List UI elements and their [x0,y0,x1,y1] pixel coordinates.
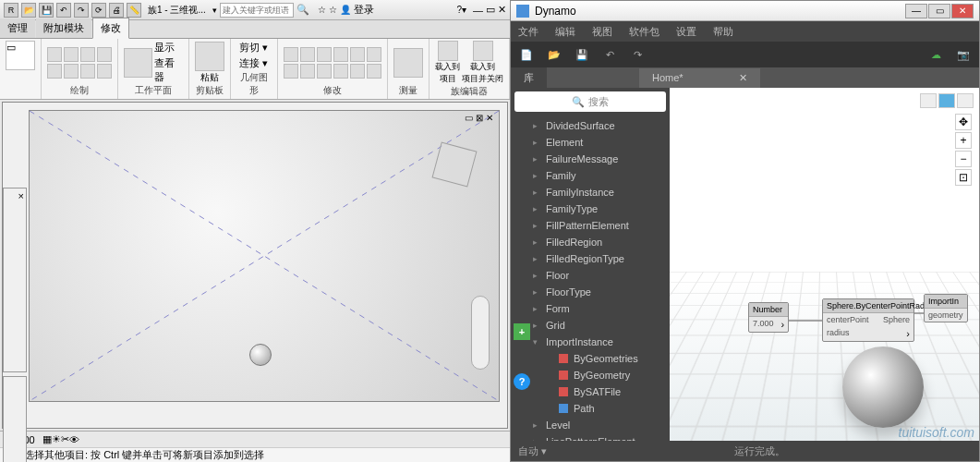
viewport[interactable]: × ▭ ⊠ ✕ [2,102,508,429]
tab-modify[interactable]: 修改 [92,18,129,39]
array-icon[interactable] [367,47,381,62]
restore-icon[interactable]: ▭ [486,4,495,16]
open-icon[interactable]: 📂 [546,46,563,63]
sync-icon[interactable]: ⟳ [91,3,106,18]
tree-item-level[interactable]: ▸Level [511,417,670,433]
add-button[interactable]: + [514,323,530,340]
line-icon[interactable] [47,47,62,62]
tree-item-fillpatternelement[interactable]: ▸FillPatternElement [511,217,670,234]
tree-item-bygeometries[interactable]: ByGeometries [511,350,670,367]
close-icon[interactable]: ✕ [498,4,506,16]
menu-settings[interactable]: 设置 [676,25,696,39]
minimize-icon[interactable]: — [473,5,483,16]
menu-file[interactable]: 文件 [518,25,538,39]
paste-icon[interactable] [195,42,224,71]
tab-manage[interactable]: 管理 [0,18,35,38]
open-icon[interactable]: 📂 [21,3,36,18]
copy-icon[interactable] [300,64,315,79]
tree-item-importinstance[interactable]: ▾ImportInstance [511,334,670,350]
tree-item-familyinstance[interactable]: ▸FamilyInstance [511,184,670,201]
zoom-fit-button[interactable]: ⊡ [955,169,972,186]
tree-item-filledregiontype[interactable]: ▸FilledRegionType [511,250,670,267]
measure-icon2[interactable] [393,48,423,78]
undo-icon[interactable]: ↶ [56,3,71,18]
view-cube[interactable] [429,139,480,190]
graph-view-icon[interactable] [920,93,937,108]
move-icon[interactable] [284,64,298,79]
run-mode[interactable]: 自动 ▾ [518,444,547,458]
save-icon[interactable]: 💾 [574,46,590,63]
redo-icon[interactable]: ↷ [74,3,89,18]
search-btn[interactable]: 🔍 [296,4,309,16]
login-link[interactable]: 登录 [354,3,374,17]
viewer-btn[interactable]: 查看器 [154,56,183,84]
tab-library[interactable]: 库 [511,67,547,89]
polygon-icon[interactable] [47,64,62,79]
tree-item-path[interactable]: Path [511,400,670,417]
view-controls[interactable]: ▭ ⊠ ✕ [465,113,493,123]
scale-icon[interactable] [333,64,348,79]
arc-icon[interactable] [97,47,112,62]
display-btn[interactable]: 显示 [154,41,183,55]
project-browser[interactable] [3,376,27,462]
load-project-icon[interactable] [438,41,458,61]
minimize-button[interactable]: — [905,4,927,18]
undo-icon[interactable]: ↶ [601,46,618,63]
cloud-icon[interactable]: ☁ [927,46,944,63]
split-icon[interactable] [350,47,365,62]
both-view-icon[interactable] [957,93,974,108]
visual-style-icon[interactable]: ☀ [52,433,61,445]
menu-help[interactable]: 帮助 [713,25,733,39]
align-icon[interactable] [284,47,298,62]
spline-icon[interactable] [64,64,79,79]
rotate-icon[interactable] [317,64,332,79]
tree-item-filledregion[interactable]: ▸FilledRegion [511,234,670,250]
detail-icon[interactable]: ▦ [42,433,52,445]
load-close-icon[interactable] [473,41,493,61]
new-icon[interactable]: 📄 [518,46,535,63]
tree-item-floor[interactable]: ▸Floor [511,267,670,284]
pick-icon[interactable] [97,64,112,79]
tree-item-failuremessage[interactable]: ▸FailureMessage [511,151,670,167]
mirror-icon[interactable] [317,47,332,62]
library-tree[interactable]: ▸DividedSurface▸Element▸FailureMessage▸F… [511,116,670,441]
3d-canvas[interactable]: ▭ ⊠ ✕ [29,110,500,402]
tab-addins[interactable]: 附加模块 [36,18,91,38]
sun-path-icon[interactable]: ✂ [61,433,69,445]
set-plane-icon[interactable] [124,48,152,78]
tree-item-bygeometry[interactable]: ByGeometry [511,367,670,383]
measure-icon[interactable]: 📏 [127,3,141,18]
camera-icon[interactable]: 📷 [955,46,972,63]
sphere-geometry[interactable] [249,344,272,366]
library-search[interactable]: 🔍 搜索 [514,91,666,112]
tree-item-grid[interactable]: ▸Grid [511,317,670,334]
tree-item-floortype[interactable]: ▸FloorType [511,284,670,300]
node-number[interactable]: Number 7.000› [748,302,789,333]
tree-item-bysatfile[interactable]: BySATFile [511,383,670,400]
rect-icon[interactable] [64,47,79,62]
circle-icon[interactable] [80,47,95,62]
nav-bar[interactable] [471,296,490,370]
3d-view-icon[interactable] [938,93,955,108]
app-menu[interactable]: R [4,3,18,18]
help-icon[interactable]: ?▾ [456,5,466,15]
menu-edit[interactable]: 编辑 [555,25,575,39]
join-btn[interactable]: 连接 ▾ [239,56,268,70]
help-button[interactable]: ? [514,373,530,390]
properties-panel[interactable]: × [3,188,27,372]
star1[interactable]: ☆ [318,5,326,15]
close-button[interactable]: ✕ [951,4,974,18]
pin-icon[interactable] [350,64,365,79]
tree-item-familytype[interactable]: ▸FamilyType [511,201,670,217]
select-icon[interactable]: ▭ [6,41,35,70]
tree-item-dividedsurface[interactable]: ▸DividedSurface [511,117,670,134]
tree-item-element[interactable]: ▸Element [511,134,670,151]
user-icon[interactable]: 👤 [340,5,351,15]
node-sphere[interactable]: Sphere.ByCenterPointRadius centerPointSp… [822,298,914,342]
zoom-out-button[interactable]: − [955,151,972,167]
save-icon[interactable]: 💾 [39,3,54,18]
dynamo-titlebar[interactable]: Dynamo — ▭ ✕ [511,1,979,21]
pan-icon[interactable]: ✥ [955,114,972,130]
star2[interactable]: ☆ [329,5,337,15]
trim-icon[interactable] [333,47,348,62]
